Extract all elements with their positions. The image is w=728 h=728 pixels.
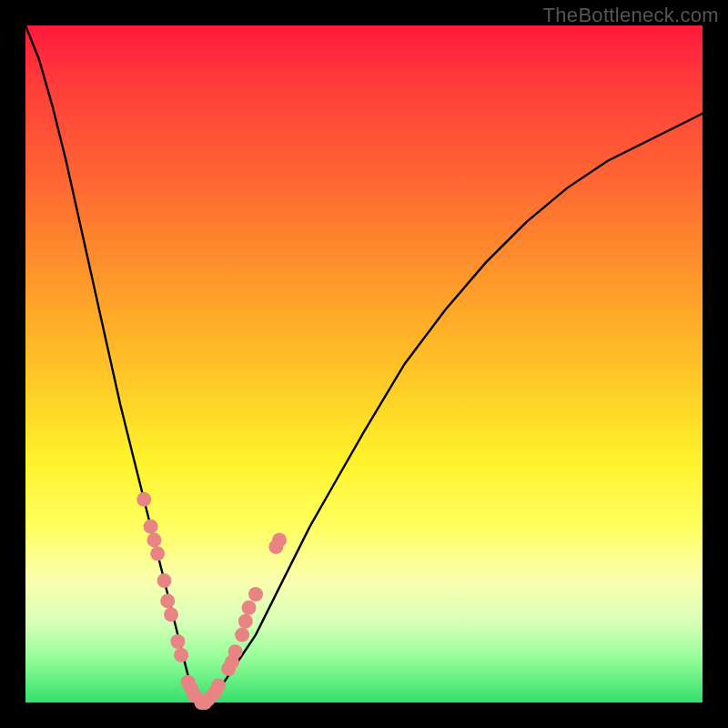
data-point xyxy=(150,546,165,561)
data-point xyxy=(164,607,178,622)
data-point xyxy=(228,644,243,659)
data-point xyxy=(235,628,249,642)
chart-frame: TheBottleneck.com xyxy=(0,0,728,728)
data-point xyxy=(211,678,226,693)
data-point xyxy=(170,634,185,649)
bottleneck-curve xyxy=(25,25,703,703)
data-point xyxy=(238,614,253,629)
marker-layer xyxy=(136,492,287,710)
data-point xyxy=(136,492,151,507)
data-point xyxy=(272,532,287,547)
data-point xyxy=(242,601,257,615)
data-point xyxy=(248,587,263,602)
watermark-text: TheBottleneck.com xyxy=(543,4,719,27)
data-point xyxy=(157,573,172,588)
plot-area xyxy=(25,25,703,703)
data-point xyxy=(144,520,158,534)
data-point xyxy=(174,648,188,662)
data-point xyxy=(147,532,161,547)
data-point xyxy=(160,593,175,608)
chart-svg xyxy=(25,25,703,703)
curve-layer xyxy=(25,25,703,703)
